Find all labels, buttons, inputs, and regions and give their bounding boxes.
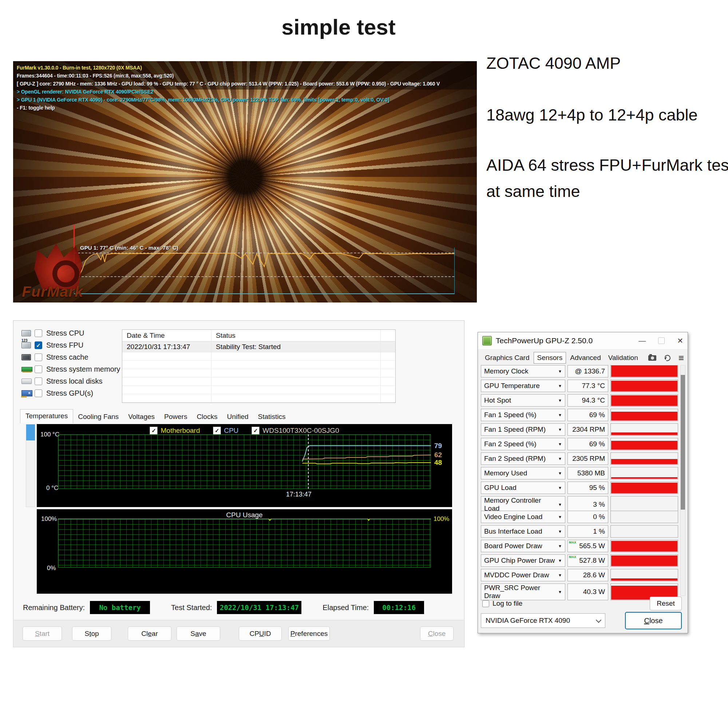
legend-item[interactable]: ✓WDS100T3X0C-00SJG0 xyxy=(252,427,339,434)
table-row[interactable]: 2022/10/31 17:13:47 Stability Test: Star… xyxy=(122,341,395,352)
gpuz-scrollbar[interactable] xyxy=(680,365,685,596)
minimize-icon[interactable]: — xyxy=(638,337,646,345)
tab-graphics-card[interactable]: Graphics Card xyxy=(482,352,533,363)
legend-item[interactable]: ✓CPU xyxy=(213,427,239,434)
status-label: Elapsed Time: xyxy=(323,604,369,612)
sensor-value-box: 0 % xyxy=(567,511,608,523)
log-to-file-label: Log to file xyxy=(492,600,522,607)
stress-item[interactable]: Stress local disks xyxy=(21,375,120,387)
sensor-label-box[interactable]: Fan 2 Speed (%)▼ xyxy=(481,438,565,450)
gpuz-sensor-list: Memory Clock▼@ 1336.7GPU Temperature▼77.… xyxy=(481,365,678,598)
gpuz-scrollbar-thumb[interactable] xyxy=(681,375,685,509)
temp-graph-scrollbar[interactable] xyxy=(26,424,35,507)
tab-validation[interactable]: Validation xyxy=(605,352,641,363)
tab-voltages[interactable]: Voltages xyxy=(123,411,159,423)
stress-item[interactable]: Stress system memory xyxy=(21,363,120,375)
sensor-value: 5380 MB xyxy=(577,469,605,477)
sensor-graph-fill xyxy=(611,541,678,551)
stress-checkbox[interactable] xyxy=(35,366,42,373)
sensor-label-box[interactable]: Board Power Draw▼ xyxy=(481,540,565,552)
sensor-row: Memory Controller Load▼3 % xyxy=(481,496,678,509)
legend-checkbox[interactable]: ✓ xyxy=(150,427,158,434)
sensor-row: GPU Load▼95 % xyxy=(481,482,678,494)
sensor-label-box[interactable]: GPU Chip Power Draw▼ xyxy=(481,554,565,567)
sensor-label-box[interactable]: Memory Used▼ xyxy=(481,467,565,479)
sensor-label-box[interactable]: PWR_SRC Power Draw▼ xyxy=(481,583,565,600)
gpu-select-dropdown[interactable]: NVIDIA GeForce RTX 4090 xyxy=(481,613,605,628)
tab-cooling-fans[interactable]: Cooling Fans xyxy=(73,411,123,423)
stress-list: Stress CPU123Stress FPUStress cacheStres… xyxy=(21,327,120,399)
temp-legend: ✓Motherboard✓CPU✓WDS100T3X0C-00SJG0 xyxy=(37,427,452,434)
log-to-file-checkbox[interactable] xyxy=(482,600,489,607)
tab-clocks[interactable]: Clocks xyxy=(192,411,222,423)
gpuz-close-button[interactable]: Close xyxy=(625,612,682,629)
tab-powers[interactable]: Powers xyxy=(159,411,192,423)
sensor-label-box[interactable]: Fan 1 Speed (RPM)▼ xyxy=(481,423,565,436)
stress-checkbox[interactable] xyxy=(35,329,42,337)
save-button[interactable]: Save xyxy=(177,626,220,641)
sensor-label: GPU Load xyxy=(484,484,517,492)
col-status[interactable]: Status xyxy=(211,330,381,341)
sensor-label-box[interactable]: GPU Load▼ xyxy=(481,482,565,494)
status-label: Test Started: xyxy=(171,604,212,612)
sensor-label-box[interactable]: MVDDC Power Draw▼ xyxy=(481,569,565,581)
dropdown-caret-icon: ▼ xyxy=(558,486,562,490)
stress-item[interactable]: Stress cache xyxy=(21,351,120,363)
tab-unified[interactable]: Unified xyxy=(222,411,253,423)
camera-icon[interactable] xyxy=(648,355,656,361)
legend-item[interactable]: ✓Motherboard xyxy=(150,427,200,434)
sensor-label-box[interactable]: Video Engine Load▼ xyxy=(481,511,565,523)
sensor-graph xyxy=(610,394,678,407)
sensor-graph-fill xyxy=(611,395,678,406)
stress-checkbox[interactable] xyxy=(35,353,42,361)
sensor-graph xyxy=(610,453,678,465)
start-button[interactable]: Start xyxy=(23,626,62,641)
sensor-label-box[interactable]: Bus Interface Load▼ xyxy=(481,525,565,538)
sensor-label-box[interactable]: Fan 2 Speed (RPM)▼ xyxy=(481,453,565,465)
close-button[interactable]: Close xyxy=(420,626,454,641)
col-date-time[interactable]: Date & Time xyxy=(122,330,211,341)
tab-temperatures[interactable]: Temperatures xyxy=(20,409,73,423)
close-icon[interactable]: ✕ xyxy=(677,336,683,345)
osd-line: - F1: toggle help xyxy=(17,104,440,112)
status-bar: Remaining Battery:No batteryTest Started… xyxy=(23,601,424,614)
sensor-label-box[interactable]: GPU Temperature▼ xyxy=(481,380,565,392)
sensor-graph xyxy=(610,511,678,523)
stress-checkbox[interactable] xyxy=(35,341,42,349)
stress-item[interactable]: Stress CPU xyxy=(21,327,120,339)
cpuid-button[interactable]: CPUID xyxy=(239,626,282,641)
preferences-button[interactable]: Preferences xyxy=(288,626,330,641)
sensor-graph-fill xyxy=(611,477,678,479)
reset-button[interactable]: Reset xyxy=(650,596,682,610)
cache-icon xyxy=(21,354,35,360)
refresh-icon[interactable] xyxy=(663,354,671,362)
legend-checkbox[interactable]: ✓ xyxy=(213,427,221,434)
dropdown-caret-icon: ▼ xyxy=(558,573,562,577)
gpuz-titlebar[interactable]: TechPowerUp GPU-Z 2.50.0 — ✕ xyxy=(478,332,688,349)
cpu-y-min-label: 0% xyxy=(47,564,56,572)
scrollbar-thumb[interactable] xyxy=(26,424,35,440)
sensor-label-box[interactable]: Hot Spot▼ xyxy=(481,394,565,407)
tab-statistics[interactable]: Statistics xyxy=(253,411,291,423)
tab-sensors[interactable]: Sensors xyxy=(534,352,566,364)
sensor-label: Fan 1 Speed (%) xyxy=(484,411,537,419)
sensor-graph-fill xyxy=(611,459,678,464)
menu-icon[interactable]: ≡ xyxy=(679,355,684,360)
cell-datetime: 2022/10/31 17:13:47 xyxy=(122,341,211,352)
stress-checkbox[interactable] xyxy=(35,390,42,397)
legend-checkbox[interactable]: ✓ xyxy=(252,427,260,434)
stress-checkbox[interactable] xyxy=(35,378,42,385)
stress-item[interactable]: Stress GPU(s) xyxy=(21,387,120,399)
tab-advanced[interactable]: Advanced xyxy=(567,352,604,363)
sensor-value: @ 1336.7 xyxy=(575,367,605,375)
sensor-value-box: 69 % xyxy=(567,438,608,450)
sensor-label-box[interactable]: Fan 1 Speed (%)▼ xyxy=(481,409,565,421)
clear-button[interactable]: Clear xyxy=(128,626,171,641)
maximize-icon[interactable] xyxy=(658,337,665,344)
status-value-display: No battery xyxy=(90,601,150,614)
stress-item[interactable]: 123Stress FPU xyxy=(21,339,120,351)
stop-button[interactable]: Stop xyxy=(72,626,112,641)
aida-tab-bar: TemperaturesCooling FansVoltagesPowersCl… xyxy=(20,409,291,423)
dropdown-caret-icon: ▼ xyxy=(558,590,562,594)
sensor-label-box[interactable]: Memory Clock▼ xyxy=(481,365,565,378)
